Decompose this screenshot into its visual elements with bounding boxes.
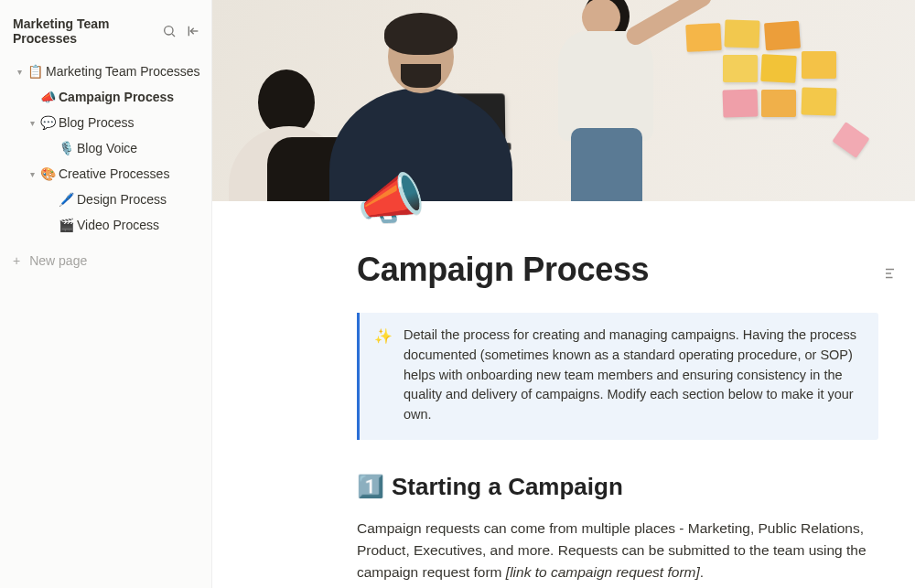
sticky-note bbox=[723, 55, 758, 82]
sticky-note bbox=[724, 19, 759, 48]
sticky-note bbox=[760, 54, 797, 83]
sidebar: Marketing Team Processes ▾ 📋 Marketing T… bbox=[0, 0, 212, 588]
section-heading-starting-a-campaign[interactable]: 1️⃣ Starting a Campaign bbox=[357, 473, 878, 501]
cover-image[interactable] bbox=[212, 0, 915, 201]
page-label: Design Process bbox=[75, 192, 167, 207]
page-icon: 💬 bbox=[38, 115, 57, 130]
sticky-note bbox=[764, 21, 801, 51]
plus-icon: + bbox=[13, 253, 20, 268]
page-title[interactable]: Campaign Process bbox=[357, 251, 878, 289]
sidebar-item-blog-process[interactable]: ▾ 💬 Blog Process bbox=[5, 110, 206, 135]
chevron-down-icon[interactable]: ▾ bbox=[26, 169, 38, 179]
new-page-label: New page bbox=[29, 253, 87, 268]
page-label: Creative Processes bbox=[57, 166, 169, 181]
table-of-contents-icon[interactable] bbox=[880, 265, 897, 284]
main-content: 📣 Campaign Process ✨ Detail the process … bbox=[212, 0, 915, 588]
page-emoji[interactable]: 📣 bbox=[357, 172, 425, 227]
sticky-note bbox=[722, 89, 758, 117]
page-tree: ▾ 📋 Marketing Team Processes 📣 Campaign … bbox=[0, 55, 211, 241]
sidebar-item-creative-processes[interactable]: ▾ 🎨 Creative Processes bbox=[5, 161, 206, 187]
section-title: Starting a Campaign bbox=[392, 473, 623, 501]
body-link-placeholder: [link to campaign request form] bbox=[506, 564, 700, 580]
cover-person bbox=[551, 0, 706, 201]
sidebar-header: Marketing Team Processes bbox=[0, 13, 211, 55]
svg-line-1 bbox=[172, 34, 175, 37]
svg-point-0 bbox=[165, 27, 173, 35]
page-icon: 🎙️ bbox=[57, 141, 75, 155]
callout-block[interactable]: ✨ Detail the process for creating and ma… bbox=[357, 313, 878, 440]
page-label: Video Process bbox=[75, 218, 159, 232]
page-label: Marketing Team Processes bbox=[44, 64, 200, 79]
sidebar-item-design-process[interactable]: 🖊️ Design Process bbox=[5, 187, 206, 212]
sidebar-item-blog-voice[interactable]: 🎙️ Blog Voice bbox=[5, 135, 206, 161]
page-label: Campaign Process bbox=[57, 90, 174, 104]
page-icon: 🎬 bbox=[57, 218, 75, 232]
sticky-note bbox=[832, 122, 869, 158]
body-paragraph[interactable]: Campaign requests can come from multiple… bbox=[357, 518, 878, 583]
page-icon: 🎨 bbox=[38, 166, 57, 181]
collapse-sidebar-icon[interactable] bbox=[186, 24, 200, 38]
sparkles-icon: ✨ bbox=[374, 326, 393, 425]
sticky-note bbox=[761, 90, 796, 117]
page-icon: 🖊️ bbox=[57, 192, 75, 207]
content-wrap: 📣 Campaign Process ✨ Detail the process … bbox=[212, 201, 915, 583]
new-page-button[interactable]: + New page bbox=[0, 247, 211, 274]
sidebar-item-campaign-process[interactable]: 📣 Campaign Process bbox=[5, 84, 206, 110]
page-icon: 📋 bbox=[26, 64, 44, 79]
sticky-note bbox=[801, 87, 836, 115]
callout-text: Detail the process for creating and mana… bbox=[404, 326, 864, 425]
body-text-tail: . bbox=[700, 564, 704, 580]
page-label: Blog Voice bbox=[75, 141, 137, 155]
page-icon: 📣 bbox=[38, 90, 57, 104]
sticky-note bbox=[802, 51, 836, 79]
sidebar-item-marketing-team-processes[interactable]: ▾ 📋 Marketing Team Processes bbox=[5, 59, 206, 84]
page-label: Blog Process bbox=[57, 115, 134, 130]
keycap-1-icon: 1️⃣ bbox=[357, 474, 384, 499]
chevron-down-icon[interactable]: ▾ bbox=[13, 67, 26, 77]
chevron-down-icon[interactable]: ▾ bbox=[26, 118, 38, 128]
search-icon[interactable] bbox=[162, 24, 177, 38]
sidebar-item-video-process[interactable]: 🎬 Video Process bbox=[5, 212, 206, 238]
workspace-title[interactable]: Marketing Team Processes bbox=[13, 16, 162, 46]
